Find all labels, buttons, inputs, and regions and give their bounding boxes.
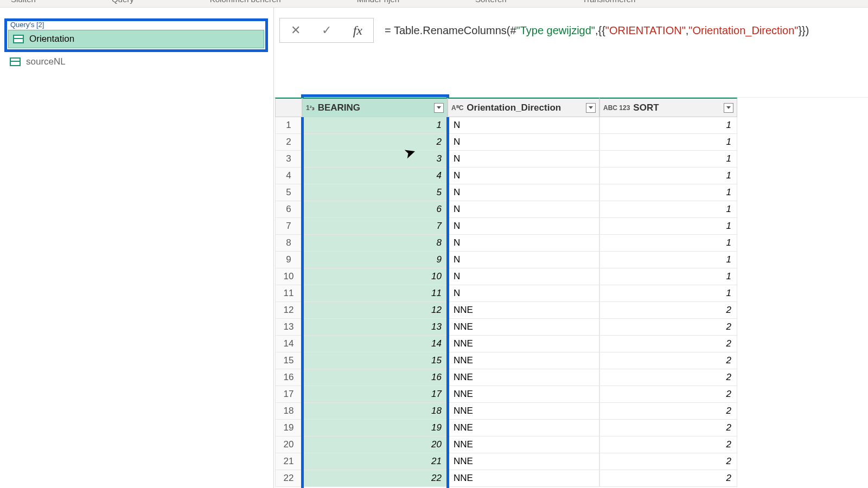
cell-bearing[interactable]: 11 <box>302 285 448 302</box>
cell-orientation[interactable]: N <box>448 134 599 151</box>
cell-bearing[interactable]: 14 <box>302 336 448 352</box>
cell-bearing[interactable]: 21 <box>302 453 448 470</box>
cell-orientation[interactable]: NNE <box>448 386 599 403</box>
ribbon-tab[interactable]: Transformeren <box>583 0 636 4</box>
cell-sort[interactable]: 2 <box>599 453 737 470</box>
row-number[interactable]: 6 <box>275 201 302 218</box>
cell-orientation[interactable]: N <box>448 218 599 235</box>
row-number[interactable]: 9 <box>275 252 302 268</box>
cell-sort[interactable]: 1 <box>599 184 737 201</box>
cell-bearing[interactable]: 20 <box>302 436 448 453</box>
cell-sort[interactable]: 2 <box>599 436 737 453</box>
cell-sort[interactable]: 2 <box>599 386 737 403</box>
cell-sort[interactable]: 2 <box>599 336 737 352</box>
row-number[interactable]: 19 <box>275 420 302 436</box>
query-item-orientation[interactable]: Orientation <box>8 30 264 48</box>
row-number[interactable]: 12 <box>275 302 302 319</box>
row-number[interactable]: 20 <box>275 436 302 453</box>
row-number[interactable]: 1 <box>275 117 302 134</box>
cell-orientation[interactable]: NNE <box>448 369 599 386</box>
row-number[interactable]: 5 <box>275 184 302 201</box>
cell-orientation[interactable]: N <box>448 235 599 252</box>
cell-orientation[interactable]: NNE <box>448 336 599 352</box>
cell-bearing[interactable]: 8 <box>302 235 448 252</box>
cell-orientation[interactable]: N <box>448 168 599 184</box>
cell-sort[interactable]: 1 <box>599 151 737 168</box>
table-corner-button[interactable] <box>275 98 302 117</box>
cell-sort[interactable]: 1 <box>599 235 737 252</box>
column-filter-button[interactable] <box>434 103 444 113</box>
row-number[interactable]: 14 <box>275 336 302 352</box>
cell-orientation[interactable]: NNE <box>448 319 599 336</box>
cell-orientation[interactable]: NNE <box>448 453 599 470</box>
cell-sort[interactable]: 2 <box>599 302 737 319</box>
cell-sort[interactable]: 1 <box>599 168 737 184</box>
cell-sort[interactable]: 2 <box>599 319 737 336</box>
cell-bearing[interactable]: 7 <box>302 218 448 235</box>
column-header[interactable]: AᴮCOrientation_Direction <box>448 98 599 117</box>
row-number[interactable]: 7 <box>275 218 302 235</box>
datatype-icon[interactable]: AᴮC <box>451 105 463 111</box>
cell-sort[interactable]: 2 <box>599 369 737 386</box>
column-filter-button[interactable] <box>586 103 596 113</box>
cell-orientation[interactable]: NNE <box>448 470 599 487</box>
cell-orientation[interactable]: NNE <box>448 302 599 319</box>
cell-bearing[interactable]: 17 <box>302 386 448 403</box>
cell-sort[interactable]: 2 <box>599 352 737 369</box>
cell-sort[interactable]: 1 <box>599 285 737 302</box>
cell-bearing[interactable]: 9 <box>302 252 448 268</box>
cell-sort[interactable]: 2 <box>599 420 737 436</box>
cell-bearing[interactable]: 10 <box>302 268 448 285</box>
cell-sort[interactable]: 1 <box>599 268 737 285</box>
ribbon-tab[interactable]: Kolommen beheren <box>210 0 281 4</box>
row-number[interactable]: 18 <box>275 403 302 420</box>
cell-bearing[interactable]: 22 <box>302 470 448 487</box>
ribbon-tabs[interactable]: Sluiten Query Kolommen beheren Minder ri… <box>0 0 868 8</box>
cell-sort[interactable]: 1 <box>599 201 737 218</box>
cell-bearing[interactable]: 12 <box>302 302 448 319</box>
ribbon-tab[interactable]: Minder rijen <box>357 0 399 4</box>
cell-orientation[interactable]: N <box>448 151 599 168</box>
query-item-sourcenl[interactable]: sourceNL <box>0 53 273 70</box>
row-number[interactable]: 15 <box>275 352 302 369</box>
row-number[interactable]: 8 <box>275 235 302 252</box>
cell-sort[interactable]: 1 <box>599 252 737 268</box>
ribbon-tab[interactable]: Sluiten <box>11 0 36 4</box>
cancel-formula-button[interactable]: ✕ <box>283 18 308 42</box>
row-number[interactable]: 21 <box>275 453 302 470</box>
ribbon-tab[interactable]: Query <box>112 0 134 4</box>
cell-bearing[interactable]: 3 <box>302 151 448 168</box>
row-number[interactable]: 16 <box>275 369 302 386</box>
row-number[interactable]: 4 <box>275 168 302 184</box>
cell-sort[interactable]: 2 <box>599 403 737 420</box>
cell-bearing[interactable]: 5 <box>302 184 448 201</box>
row-number[interactable]: 3 <box>275 151 302 168</box>
formula-bar-input[interactable]: = Table.RenameColumns(#"Type gewijzigd",… <box>379 18 863 43</box>
row-number[interactable]: 13 <box>275 319 302 336</box>
cell-orientation[interactable]: NNE <box>448 403 599 420</box>
cell-orientation[interactable]: N <box>448 285 599 302</box>
cell-bearing[interactable]: 1 <box>302 117 448 134</box>
ribbon-tab[interactable]: Sorteren <box>475 0 507 4</box>
cell-sort[interactable]: 1 <box>599 218 737 235</box>
cell-bearing[interactable]: 6 <box>302 201 448 218</box>
cell-orientation[interactable]: NNE <box>448 436 599 453</box>
cell-orientation[interactable]: NNE <box>448 352 599 369</box>
row-number[interactable]: 11 <box>275 285 302 302</box>
cell-orientation[interactable]: N <box>448 252 599 268</box>
cell-sort[interactable]: 2 <box>599 470 737 487</box>
cell-bearing[interactable]: 18 <box>302 403 448 420</box>
fx-button[interactable]: fx <box>345 18 370 42</box>
cell-bearing[interactable]: 2 <box>302 134 448 151</box>
row-number[interactable]: 10 <box>275 268 302 285</box>
cell-orientation[interactable]: N <box>448 201 599 218</box>
cell-orientation[interactable]: N <box>448 184 599 201</box>
cell-bearing[interactable]: 13 <box>302 319 448 336</box>
cell-bearing[interactable]: 16 <box>302 369 448 386</box>
row-number[interactable]: 22 <box>275 470 302 487</box>
cell-orientation[interactable]: N <box>448 268 599 285</box>
commit-formula-button[interactable]: ✓ <box>314 18 339 42</box>
row-number[interactable]: 17 <box>275 386 302 403</box>
column-header[interactable]: 1²₃BEARING <box>302 98 448 117</box>
datatype-icon[interactable]: ABC 123 <box>603 105 630 111</box>
